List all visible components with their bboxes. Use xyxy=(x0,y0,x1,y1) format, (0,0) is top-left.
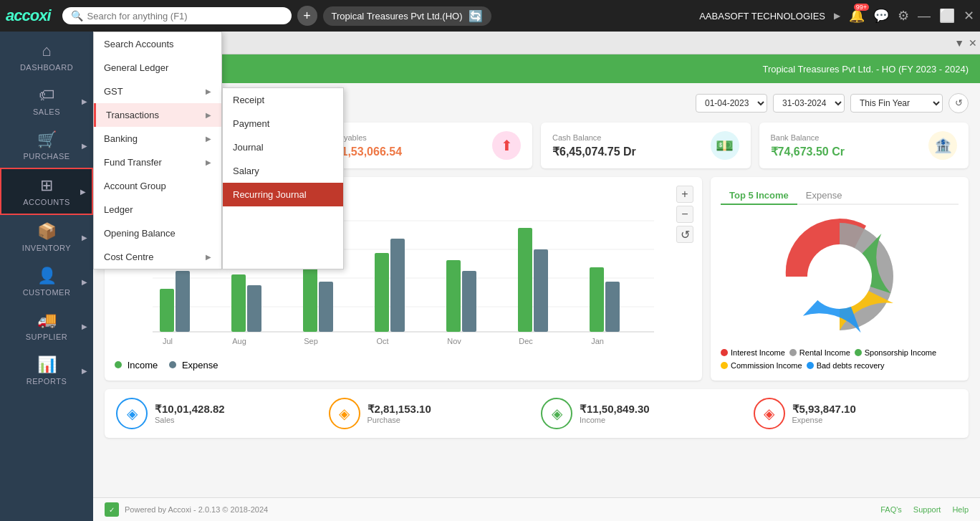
svg-text:Jul: Jul xyxy=(163,337,173,345)
bottom-card-purchase: ◈ ₹2,81,153.10 Purchase xyxy=(329,398,533,429)
donut-chart-svg xyxy=(775,212,904,341)
footer-links: FAQ's Support Help xyxy=(880,505,969,514)
menu-search-accounts[interactable]: Search Accounts xyxy=(94,32,221,56)
svg-rect-10 xyxy=(319,282,333,332)
svg-rect-18 xyxy=(605,282,620,332)
purchase-card-value: ₹2,81,153.10 xyxy=(368,403,431,416)
menu-banking[interactable]: Banking ▶ xyxy=(94,127,221,150)
svg-rect-16 xyxy=(534,249,548,332)
notification-badge: 99+ xyxy=(854,4,869,11)
reports-icon: 📊 xyxy=(37,355,57,374)
svg-point-26 xyxy=(807,244,872,309)
sidebar-item-sales[interactable]: 🏷 SALES ▶ xyxy=(0,79,93,123)
sidebar-label-dashboard: DASHBOARD xyxy=(20,63,73,72)
chart-legend: Income Expense xyxy=(115,360,692,371)
interest-income-dot xyxy=(721,349,728,356)
refresh-icon[interactable]: 🔄 xyxy=(469,9,483,23)
footer-faq[interactable]: FAQ's xyxy=(880,505,902,514)
tab-close-button[interactable]: ✕ xyxy=(969,37,977,49)
svg-rect-13 xyxy=(446,260,461,332)
menu-transactions[interactable]: Transactions ▶ xyxy=(94,103,221,127)
date-to-select[interactable]: 31-03-2024 xyxy=(773,94,845,113)
sidebar-item-supplier[interactable]: 🚚 SUPPLIER ▶ xyxy=(0,304,93,348)
global-search-box[interactable]: 🔍 xyxy=(62,7,292,24)
maximize-icon[interactable]: ⬜ xyxy=(939,8,955,24)
svg-rect-9 xyxy=(303,264,317,332)
notification-bell[interactable]: 🔔 99+ xyxy=(849,8,865,24)
close-icon[interactable]: ✕ xyxy=(964,8,974,24)
tab-top-income[interactable]: Top 5 Income xyxy=(721,187,797,205)
tab-expense[interactable]: Expense xyxy=(797,187,851,204)
sales-arrow: ▶ xyxy=(82,97,87,105)
income-card-value: ₹11,50,849.30 xyxy=(580,403,650,416)
bad-debts-label: Bad debts recovery xyxy=(817,361,885,370)
dashboard-refresh-button[interactable]: ↺ xyxy=(948,93,969,113)
company-selector[interactable]: Tropical Treasures Pvt Ltd.(HO) 🔄 xyxy=(323,6,491,26)
rental-income-label: Rental Income xyxy=(799,348,850,357)
income-card-label: Income xyxy=(580,416,650,424)
gst-arrow: ▶ xyxy=(206,87,211,95)
footer-help[interactable]: Help xyxy=(952,505,969,514)
accounts-arrow: ▶ xyxy=(80,188,86,196)
menu-general-ledger[interactable]: General Ledger xyxy=(94,56,221,80)
svg-rect-5 xyxy=(160,289,174,332)
purchase-icon: 🛒 xyxy=(37,130,57,149)
purchase-card-label: Purchase xyxy=(368,416,431,424)
sidebar-label-customer: CUSTOMER xyxy=(23,288,71,297)
menu-cost-centre[interactable]: Cost Centre ▶ xyxy=(94,245,221,269)
expense-legend-label: Expense xyxy=(182,360,218,371)
chart-zoom-in[interactable]: + xyxy=(676,186,693,203)
accounts-icon: ⊞ xyxy=(40,176,53,195)
menu-ledger[interactable]: Ledger xyxy=(94,198,221,221)
date-from-select[interactable]: 01-04-2023 xyxy=(696,94,767,113)
logo: accoxi xyxy=(6,6,51,25)
cash-balance-label: Cash Balance xyxy=(552,133,636,142)
settings-icon[interactable]: ⚙ xyxy=(898,8,909,24)
menu-fund-transfer[interactable]: Fund Transfer ▶ xyxy=(94,150,221,174)
minimize-icon[interactable]: — xyxy=(918,9,931,24)
expense-card-icon: ◈ xyxy=(754,398,785,429)
company-name-right: AABASOFT TECHNOLOGIES xyxy=(699,11,825,21)
bottom-card-income: ◈ ₹11,50,849.30 Income xyxy=(541,398,745,429)
footer: ✓ Powered by Accoxi - 2.0.13 © 2018-2024… xyxy=(93,497,980,521)
cash-balance-icon: 💵 xyxy=(711,131,739,160)
fin-year-select[interactable]: This Fin Year Last Fin Year Custom xyxy=(850,94,943,113)
sidebar-item-inventory[interactable]: 📦 INVENTORY ▶ xyxy=(0,215,93,259)
purchase-card-icon: ◈ xyxy=(329,398,360,429)
submenu-journal[interactable]: Journal xyxy=(223,135,343,159)
submenu-payment[interactable]: Payment xyxy=(223,112,343,135)
svg-text:Aug: Aug xyxy=(232,337,246,345)
dashboard-icon: ⌂ xyxy=(42,42,51,60)
submenu-salary[interactable]: Salary xyxy=(223,159,343,183)
sidebar-item-dashboard[interactable]: ⌂ DASHBOARD xyxy=(0,34,93,79)
footer-text: Powered by Accoxi - 2.0.13 © 2018-2024 xyxy=(125,505,268,514)
menu-opening-balance[interactable]: Opening Balance xyxy=(94,221,221,245)
topbar-right: AABASOFT TECHNOLOGIES ▶ 🔔 99+ 💬 ⚙ — ⬜ ✕ xyxy=(699,8,974,24)
search-input[interactable] xyxy=(87,11,274,21)
sidebar-item-customer[interactable]: 👤 CUSTOMER ▶ xyxy=(0,259,93,304)
sidebar-item-accounts[interactable]: ⊞ ACCOUNTS ▶ xyxy=(0,168,93,215)
sidebar-item-reports[interactable]: 📊 REPORTS ▶ xyxy=(0,348,93,393)
submenu-receipt[interactable]: Receipt xyxy=(223,88,343,112)
bottom-card-expense: ◈ ₹5,93,847.10 Expense xyxy=(754,398,958,429)
bottom-card-sales: ◈ ₹10,01,428.82 Sales xyxy=(116,398,320,429)
bank-balance-icon: 🏦 xyxy=(928,131,957,160)
donut-chart-container xyxy=(721,212,959,341)
company-name: Tropical Treasures Pvt Ltd.(HO) xyxy=(332,11,463,21)
submenu-recurring-journal[interactable]: Recurring Journal xyxy=(223,183,343,206)
svg-rect-6 xyxy=(176,271,190,332)
footer-support[interactable]: Support xyxy=(913,505,941,514)
expense-card-value: ₹5,93,847.10 xyxy=(792,403,856,416)
message-icon[interactable]: 💬 xyxy=(873,8,889,24)
payables-label: Payables xyxy=(335,133,403,142)
add-button[interactable]: + xyxy=(297,6,317,26)
search-icon: 🔍 xyxy=(71,10,83,21)
tab-menu-button[interactable]: ▼ xyxy=(954,37,964,49)
sidebar-item-purchase[interactable]: 🛒 PURCHASE ▶ xyxy=(0,123,93,168)
bank-balance-value: ₹74,673.50 Cr xyxy=(771,145,845,158)
svg-text:Jan: Jan xyxy=(591,337,604,345)
svg-rect-11 xyxy=(375,253,389,332)
menu-account-group[interactable]: Account Group xyxy=(94,174,221,198)
menu-gst[interactable]: GST ▶ xyxy=(94,80,221,103)
cash-balance-value: ₹6,45,074.75 Dr xyxy=(552,145,636,158)
